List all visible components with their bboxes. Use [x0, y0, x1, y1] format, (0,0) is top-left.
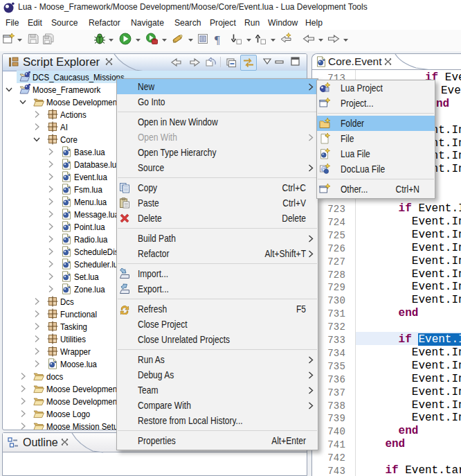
svg-text:¶: ¶ [215, 33, 220, 45]
